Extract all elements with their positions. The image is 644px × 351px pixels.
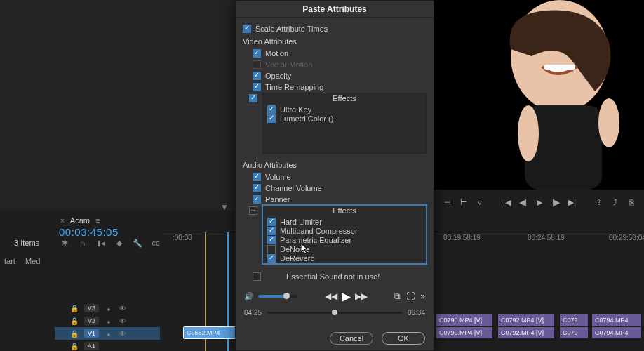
lift-icon[interactable]: ⇪ [592,194,605,210]
toggle-output-icon[interactable]: ⬥ [105,305,113,312]
eye-icon[interactable]: 👁 [119,317,127,325]
audio-attr-1-checkbox[interactable] [253,184,261,192]
panel-menu-icon[interactable]: ≡ [95,216,100,225]
audio-effect-3-checkbox[interactable] [267,245,276,253]
clip[interactable]: C0790.MP4 [V] [436,314,492,326]
video-attr-0-checkbox[interactable] [253,49,261,58]
clip[interactable]: C0792.MP4 [V] [498,314,554,326]
lock-icon[interactable]: 🔒 [70,317,79,325]
ruler-tick: 00:24:58:19 [528,234,565,241]
toggle-output-icon[interactable]: ⬥ [105,330,113,338]
mark-in-icon[interactable]: ⊣ [441,194,454,210]
video-effects-master-checkbox[interactable] [249,94,257,102]
eye-icon[interactable]: 👁 [119,330,127,338]
audio-effects-box: Effects Hard LimiterMultiband Compressor… [262,205,427,264]
audio-effect-4-checkbox[interactable] [267,254,276,263]
track-header-V2[interactable]: 🔒V2⬥👁 [55,314,160,327]
video-attr-2-checkbox[interactable] [253,72,261,80]
clip[interactable]: C0792.MP4 [V] [498,327,554,338]
video-effects-heading: Effects [333,94,356,102]
video-attr-3-label: Time Remapping [265,83,323,91]
sequence-tab[interactable]: × Acam ≡ [55,214,237,227]
audio-attr-0-checkbox[interactable] [253,173,261,181]
video-effect-0-checkbox[interactable] [267,105,276,114]
clip[interactable]: C0794.MP4 [592,327,641,338]
audio-effect-3-label: DeNoise [280,245,309,253]
audio-effect-2-label: Parametric Equalizer [280,236,351,244]
essential-sound-checkbox[interactable] [253,272,261,281]
scale-attribute-times-label: Scale Attribute Times [255,25,328,33]
step-back-icon[interactable]: ◀| [516,194,530,210]
caption-icon[interactable]: cc [150,237,161,249]
board-row: tart Med [0,254,40,268]
ruler-tick: 00:19:58:19 [443,234,481,241]
video-attributes-heading: Video Attributes [243,37,427,46]
export-frame-icon[interactable]: ⎘ [625,194,638,210]
video-attr-3-checkbox[interactable] [253,83,261,91]
audio-effect-0-label: Hard Limiter [280,218,322,226]
track-header-V3[interactable]: 🔒V3⬥👁 [55,302,160,314]
audio-effect-4-label: DeReverb [280,254,315,263]
audio-effect-1-label: Multiband Compressor [280,227,358,235]
go-end-icon[interactable]: ▶| [565,194,579,210]
svg-rect-5 [544,65,575,70]
clip[interactable]: C0582.MP4 [184,327,237,338]
toggle-output-icon[interactable]: ⬥ [105,317,113,325]
more-icon[interactable]: » [420,291,425,301]
video-attr-1-label: Vector Motion [265,60,312,69]
source-panel [0,0,239,211]
audio-attr-0-label: Volume [265,173,291,181]
lock-icon[interactable]: 🔒 [70,330,79,338]
progress-slider[interactable] [267,312,402,314]
current-time: 04:25 [244,309,262,317]
track-badge[interactable]: V3 [84,304,99,312]
eye-icon[interactable]: 👁 [119,305,127,312]
audio-effect-1-checkbox[interactable] [267,227,276,235]
lock-icon[interactable]: 🔒 [70,305,79,312]
wrench-icon[interactable]: 🔧 [132,237,143,249]
play-button-icon[interactable]: ▶ [342,289,351,304]
ok-button[interactable]: OK [382,332,425,345]
marker-tool-icon[interactable]: ▮◂ [95,237,107,249]
clip[interactable]: C0790.MP4 [V] [436,327,492,338]
fastfwd-icon[interactable]: ▶▶ [355,291,368,301]
step-fwd-icon[interactable]: |▶ [549,194,563,210]
scale-attribute-times-checkbox[interactable] [243,25,251,33]
cancel-button[interactable]: Cancel [330,332,373,345]
ruler-tick: 00:29:58:04 [609,234,644,241]
extract-icon[interactable]: ⤴ [608,194,622,210]
close-icon[interactable]: × [60,217,65,225]
audio-effects-master-checkbox[interactable] [249,206,257,215]
mark-out-icon[interactable]: ⊢ [457,194,470,210]
audio-attr-2-checkbox[interactable] [253,195,261,204]
play-icon[interactable]: ▶ [532,194,546,210]
audio-effect-0-checkbox[interactable] [267,218,276,226]
timeline-tools: ✱ ∩ ▮◂ ◆ 🔧 cc [59,237,161,249]
video-attr-1-checkbox [253,60,261,69]
video-effect-1-label: Lumetri Color () [280,114,333,123]
svg-point-4 [598,98,619,147]
tag-icon[interactable]: ◆ [114,237,125,249]
snap-icon[interactable]: ✱ [59,237,70,249]
playhead-timecode[interactable]: 00:03:45:05 [59,226,119,238]
go-start-icon[interactable]: |◀ [500,194,514,210]
rewind-icon[interactable]: ◀◀ [325,291,337,301]
track-badge[interactable]: V1 [84,329,99,338]
video-effect-1-checkbox[interactable] [267,114,276,123]
volume-icon[interactable]: 🔊 [244,292,254,301]
audio-attr-2-label: Panner [265,195,290,204]
volume-slider[interactable] [258,295,297,298]
track-header-V1[interactable]: 🔒V1⬥👁 [55,327,160,340]
ruler-tick: :00:00 [173,234,192,241]
clip[interactable]: C0794.MP4 [592,314,641,326]
clip[interactable]: C079 [560,327,588,338]
svg-point-3 [518,105,539,161]
track-badge[interactable]: V2 [84,317,99,325]
sequence-name: Acam [70,216,90,225]
linked-selection-icon[interactable]: ∩ [77,237,88,249]
audio-effect-2-checkbox[interactable] [267,236,276,244]
marker-icon[interactable]: ▿ [474,194,487,210]
pip-icon[interactable]: ⧉ [394,291,401,301]
clip[interactable]: C079 [560,314,588,326]
fullscreen-icon[interactable]: ⛶ [406,291,415,301]
